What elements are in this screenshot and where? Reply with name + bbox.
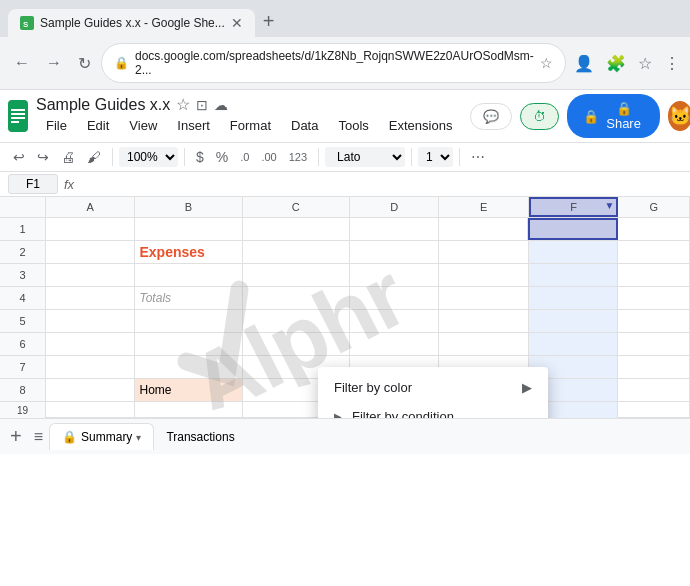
filter-by-color-item[interactable]: Filter by color ▶ xyxy=(318,373,548,402)
currency-button[interactable]: $ xyxy=(191,145,209,169)
cell-f3[interactable] xyxy=(529,264,618,286)
cell-g4[interactable] xyxy=(618,287,690,309)
col-header-c[interactable]: C xyxy=(243,197,350,217)
cell-a4[interactable] xyxy=(46,287,135,309)
account-icon[interactable]: 👤 xyxy=(570,50,598,77)
cell-g6[interactable] xyxy=(618,333,690,355)
star-icon[interactable]: ☆ xyxy=(634,50,656,77)
menu-view[interactable]: View xyxy=(119,114,167,137)
avatar[interactable]: 🐱 xyxy=(668,101,690,131)
cell-e3[interactable] xyxy=(439,264,528,286)
cell-c6[interactable] xyxy=(243,333,350,355)
cell-e1[interactable] xyxy=(439,218,528,240)
menu-file[interactable]: File xyxy=(36,114,77,137)
font-selector[interactable]: Lato xyxy=(325,147,405,167)
cell-b5[interactable] xyxy=(135,310,242,332)
cell-a7[interactable] xyxy=(46,356,135,378)
sheet-menu-button[interactable]: ≡ xyxy=(28,424,49,450)
cell-g2[interactable] xyxy=(618,241,690,263)
cell-c5[interactable] xyxy=(243,310,350,332)
forward-button[interactable]: → xyxy=(40,50,68,76)
col-header-a[interactable]: A xyxy=(46,197,135,217)
comment-button[interactable]: 💬 xyxy=(470,103,512,130)
cell-a8[interactable] xyxy=(46,379,135,401)
cell-b4[interactable]: Totals xyxy=(135,287,242,309)
cell-f4[interactable] xyxy=(529,287,618,309)
col-header-f[interactable]: F ▼ xyxy=(529,197,619,217)
cell-reference[interactable]: F1 xyxy=(8,174,58,194)
size-selector[interactable]: 10 xyxy=(418,147,453,167)
cell-d4[interactable] xyxy=(350,287,439,309)
format-123-button[interactable]: 123 xyxy=(284,147,312,167)
extension-icon[interactable]: 🧩 xyxy=(602,50,630,77)
cell-g1[interactable] xyxy=(618,218,690,240)
decimal-up-button[interactable]: .00 xyxy=(256,147,281,167)
cell-f6[interactable] xyxy=(529,333,618,355)
summary-sheet-tab[interactable]: 🔒 Summary ▾ xyxy=(49,423,154,450)
share-button[interactable]: 🔒 🔒 Share xyxy=(567,94,659,138)
cell-e6[interactable] xyxy=(439,333,528,355)
cell-b1[interactable] xyxy=(135,218,242,240)
cell-b2[interactable]: Expenses xyxy=(135,241,242,263)
col-header-d[interactable]: D xyxy=(350,197,439,217)
cell-b8[interactable]: Home xyxy=(135,379,242,401)
cell-g8[interactable] xyxy=(618,379,690,401)
undo-button[interactable]: ↩ xyxy=(8,145,30,169)
decimal-down-button[interactable]: .0 xyxy=(235,147,254,167)
cell-d3[interactable] xyxy=(350,264,439,286)
cell-b19[interactable] xyxy=(135,402,242,418)
cell-a1[interactable] xyxy=(46,218,135,240)
formula-input[interactable] xyxy=(80,175,682,194)
col-header-b[interactable]: B xyxy=(135,197,242,217)
cell-d6[interactable] xyxy=(350,333,439,355)
menu-data[interactable]: Data xyxy=(281,114,328,137)
cell-b3[interactable] xyxy=(135,264,242,286)
cell-c3[interactable] xyxy=(243,264,350,286)
new-tab-button[interactable]: + xyxy=(255,6,283,37)
percent-button[interactable]: % xyxy=(211,145,233,169)
reload-button[interactable]: ↻ xyxy=(72,50,97,77)
zoom-selector[interactable]: 100% xyxy=(119,147,178,167)
cell-c1[interactable] xyxy=(243,218,350,240)
cell-f2[interactable] xyxy=(529,241,618,263)
paintformat-button[interactable]: 🖌 xyxy=(82,145,106,169)
cell-e5[interactable] xyxy=(439,310,528,332)
cell-f5[interactable] xyxy=(529,310,618,332)
star-doc-icon[interactable]: ☆ xyxy=(176,95,190,114)
tab-close-icon[interactable]: ✕ xyxy=(231,15,243,31)
more-button[interactable]: ⋯ xyxy=(466,145,490,169)
cell-d1[interactable] xyxy=(350,218,439,240)
redo-button[interactable]: ↪ xyxy=(32,145,54,169)
cell-e2[interactable] xyxy=(439,241,528,263)
cell-g3[interactable] xyxy=(618,264,690,286)
col-header-e[interactable]: E xyxy=(439,197,528,217)
transactions-sheet-tab[interactable]: Transactions xyxy=(154,424,246,450)
cell-c4[interactable] xyxy=(243,287,350,309)
cell-g19[interactable] xyxy=(618,402,690,418)
back-button[interactable]: ← xyxy=(8,50,36,76)
filter-by-condition-item[interactable]: ▶ Filter by condition xyxy=(318,402,548,418)
menu-insert[interactable]: Insert xyxy=(167,114,220,137)
cell-g5[interactable] xyxy=(618,310,690,332)
address-bar[interactable]: 🔒 docs.google.com/spreadsheets/d/1kZ8Nb_… xyxy=(101,43,566,83)
cell-d2[interactable] xyxy=(350,241,439,263)
menu-icon[interactable]: ⋮ xyxy=(660,50,684,77)
cell-b6[interactable] xyxy=(135,333,242,355)
active-tab[interactable]: S Sample Guides x.x - Google She... ✕ xyxy=(8,9,255,37)
menu-format[interactable]: Format xyxy=(220,114,281,137)
history-button[interactable]: ⏱ xyxy=(520,103,559,130)
cell-a3[interactable] xyxy=(46,264,135,286)
menu-extensions[interactable]: Extensions xyxy=(379,114,463,137)
cell-a19[interactable] xyxy=(46,402,135,418)
cell-a2[interactable] xyxy=(46,241,135,263)
menu-tools[interactable]: Tools xyxy=(328,114,378,137)
print-button[interactable]: 🖨 xyxy=(56,145,80,169)
cell-c2[interactable] xyxy=(243,241,350,263)
bookmark-icon[interactable]: ☆ xyxy=(540,55,553,71)
move-icon[interactable]: ⊡ xyxy=(196,97,208,113)
cell-f1[interactable] xyxy=(528,218,618,240)
cell-d5[interactable] xyxy=(350,310,439,332)
col-header-g[interactable]: G xyxy=(618,197,690,217)
cell-a5[interactable] xyxy=(46,310,135,332)
menu-edit[interactable]: Edit xyxy=(77,114,119,137)
